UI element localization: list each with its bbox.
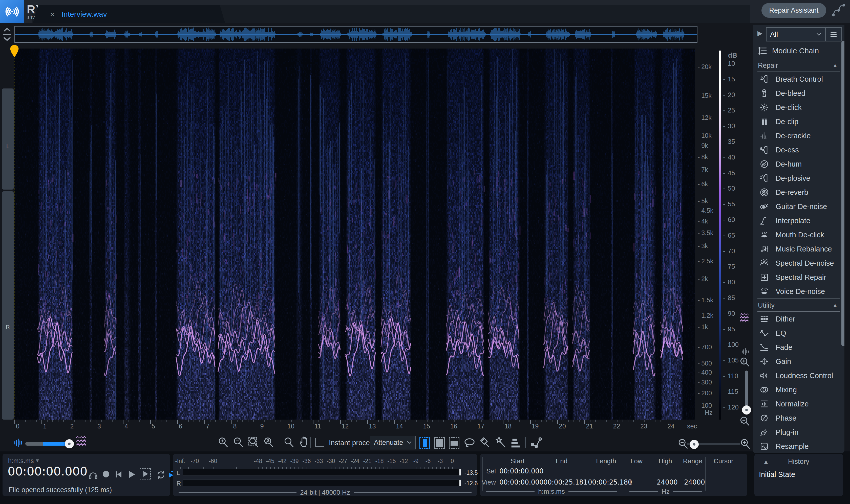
spectrogram-blend-icon[interactable] xyxy=(75,435,88,448)
module-item-mouth-de-click[interactable]: Mouth De-click xyxy=(753,228,845,242)
fade-levels-icon[interactable] xyxy=(509,438,521,448)
module-item-spectral-de-noise[interactable]: Spectral De-noise xyxy=(753,256,845,270)
module-item-de-bleed[interactable]: De-bleed xyxy=(753,86,845,100)
time-ruler[interactable]: 0123456789101112131415161718192021222324 xyxy=(14,420,697,431)
module-item-gain[interactable]: Gain xyxy=(753,354,845,368)
tab-filename[interactable]: Interview.wav xyxy=(62,10,107,18)
repair-assistant-button[interactable]: Repair Assistant xyxy=(761,3,826,18)
blend-slider-knob[interactable] xyxy=(65,439,74,448)
module-panel-scrollbar[interactable] xyxy=(842,41,845,346)
module-item-breath-control[interactable]: Breath Control xyxy=(753,72,845,86)
brush-tool-icon[interactable] xyxy=(479,436,491,449)
db-colorbar[interactable] xyxy=(719,51,721,419)
magnify-tool-icon[interactable] xyxy=(283,437,294,448)
meter-scale-label: -70 xyxy=(190,458,199,465)
module-item-de-reverb[interactable]: De-reverb xyxy=(753,185,845,199)
view-length[interactable]: 00:00:25.181 xyxy=(588,479,632,486)
return-to-start-button[interactable] xyxy=(114,470,123,479)
horizontal-zoom-knob[interactable] xyxy=(690,440,699,449)
section-header-utility[interactable]: Utility▲ xyxy=(758,299,840,312)
process-mode-select[interactable]: Attenuate xyxy=(370,436,416,449)
module-item-de-plosive[interactable]: De-plosive xyxy=(753,171,845,185)
module-filter[interactable]: All xyxy=(766,27,842,41)
vertical-zoom-toggle-icon[interactable] xyxy=(2,27,12,42)
module-item-resample[interactable]: Resample xyxy=(753,439,845,453)
playhead-marker[interactable] xyxy=(9,44,20,58)
history-item[interactable]: Initial State xyxy=(759,470,795,479)
spectrogram-view-icon[interactable] xyxy=(739,313,750,323)
time-format-dropdown-icon[interactable]: ▼ xyxy=(35,458,40,464)
module-item-guitar-de-noise[interactable]: Guitar De-noise xyxy=(753,199,845,214)
module-item-normalize[interactable]: Normalize xyxy=(753,397,845,411)
node-edit-tool-icon[interactable] xyxy=(530,436,543,449)
module-item-mixing[interactable]: Mixing xyxy=(753,383,845,397)
module-item-music-rebalance[interactable]: Music Rebalance xyxy=(753,242,845,256)
play-selection-button[interactable] xyxy=(140,468,151,480)
view-end[interactable]: 00:00:25.181 xyxy=(543,479,588,486)
lasso-tool-icon[interactable] xyxy=(464,437,475,449)
horizontal-zoom-in-icon[interactable] xyxy=(740,438,751,450)
module-item-fade[interactable]: Fade xyxy=(753,340,845,354)
module-item-phase[interactable]: Phase xyxy=(753,411,845,425)
collapse-icon[interactable]: ▲ xyxy=(832,302,838,309)
spectrogram-blend-slider[interactable] xyxy=(25,442,70,446)
record-button[interactable] xyxy=(102,470,110,479)
module-item-de-ess[interactable]: De-ess xyxy=(753,143,845,157)
time-selection-tool[interactable] xyxy=(419,437,430,449)
section-header-repair[interactable]: Repair▲ xyxy=(758,59,840,72)
module-item-de-hum[interactable]: De-hum xyxy=(753,157,845,171)
time-format-label[interactable]: h:m:s.ms xyxy=(8,457,34,465)
meter-scale-label: -21 xyxy=(363,458,371,465)
module-item-voice-de-noise[interactable]: Voice De-noise xyxy=(753,284,845,299)
view-low[interactable]: 0 xyxy=(628,479,632,486)
view-high[interactable]: 24000 xyxy=(657,479,678,486)
spectrogram-canvas[interactable] xyxy=(14,49,695,419)
module-menu-button[interactable] xyxy=(825,28,842,41)
zoom-in-icon[interactable] xyxy=(218,437,229,448)
module-item-spectral-repair[interactable]: Spectral Repair xyxy=(753,270,845,284)
zoom-fit-icon[interactable] xyxy=(263,437,274,448)
play-button[interactable] xyxy=(127,470,136,479)
module-item-de-clip[interactable]: De-clip xyxy=(753,114,845,129)
guitar-de-noise-icon xyxy=(760,202,769,211)
channel-strip-right[interactable]: R xyxy=(2,191,14,419)
frequency-selection-tool[interactable] xyxy=(449,437,459,449)
sel-start[interactable]: 00:00:00.000 xyxy=(499,467,544,475)
rectangle-selection-tool[interactable] xyxy=(434,437,445,449)
tab-close-icon[interactable]: × xyxy=(50,10,55,19)
waveform-view-icon[interactable] xyxy=(741,348,750,355)
channel-strip-left[interactable]: L xyxy=(2,88,14,190)
loop-button[interactable] xyxy=(156,470,166,480)
zoom-out-icon[interactable] xyxy=(233,437,244,448)
magic-wand-tool-icon[interactable] xyxy=(494,436,507,449)
instant-process-checkbox[interactable] xyxy=(315,438,324,447)
meter-bar-left xyxy=(183,469,461,476)
collapse-icon[interactable]: ▲ xyxy=(832,62,838,69)
module-item-de-crackle[interactable]: De-crackle xyxy=(753,129,845,143)
module-item-eq[interactable]: EQ xyxy=(753,326,845,340)
hand-tool-icon[interactable] xyxy=(298,436,310,448)
vertical-zoom-in-icon[interactable] xyxy=(739,356,750,367)
vertical-zoom-knob[interactable] xyxy=(742,406,751,415)
time-tick-label: 6 xyxy=(179,422,183,430)
preview-play-icon[interactable]: ▶ xyxy=(758,29,762,37)
module-filter-select[interactable]: All xyxy=(766,28,825,41)
waveform-overview[interactable] xyxy=(14,26,697,43)
module-item-interpolate[interactable]: Interpolate xyxy=(753,214,845,228)
waveform-blend-icon[interactable] xyxy=(13,438,23,448)
module-chain-item[interactable]: Module Chain xyxy=(758,44,842,57)
file-tab[interactable]: × Interview.wav xyxy=(33,5,225,23)
view-range[interactable]: 24000 xyxy=(684,479,705,486)
col-high: High xyxy=(659,457,672,465)
vertical-zoom-slider[interactable] xyxy=(745,371,748,409)
module-item-loudness-control[interactable]: Loudness Control xyxy=(753,368,845,383)
freq-tick-label: -15k xyxy=(698,92,712,99)
vertical-zoom-out-icon[interactable] xyxy=(739,416,750,427)
view-start[interactable]: 00:00:00.000 xyxy=(499,479,544,486)
module-item-plug-in[interactable]: Plug-in xyxy=(753,425,845,439)
monitor-icon[interactable] xyxy=(88,470,98,480)
module-item-dither[interactable]: Dither xyxy=(753,312,845,326)
module-item-de-click[interactable]: De-click xyxy=(753,100,845,114)
zoom-selection-icon[interactable] xyxy=(248,437,259,448)
repair-assistant-icon[interactable] xyxy=(831,2,847,18)
